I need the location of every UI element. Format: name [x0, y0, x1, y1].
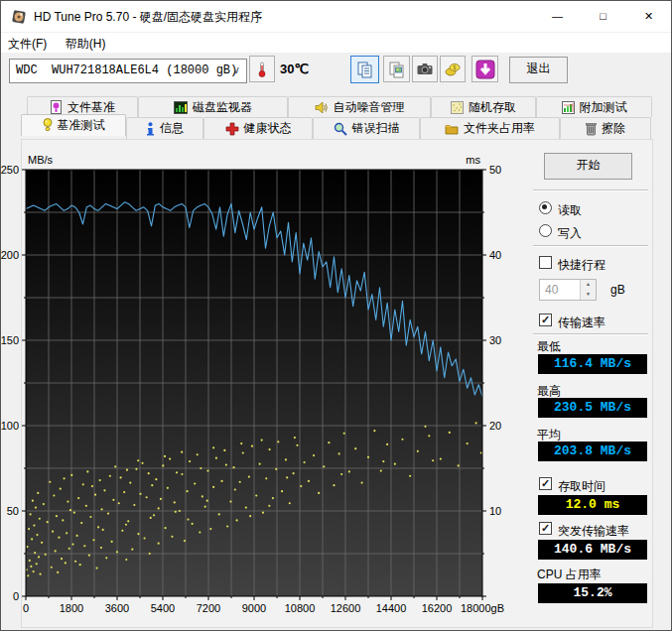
- titlebar: HD Tune Pro 5.70 - 硬盘/固态硬盘实用程序 — □ ✕: [1, 1, 671, 33]
- separator: [533, 333, 648, 335]
- svg-text:$: $: [454, 64, 457, 70]
- access-time-checkbox[interactable]: [539, 477, 552, 490]
- cpu-usage-value: 15.2%: [538, 583, 647, 603]
- exit-button[interactable]: 退出: [509, 57, 568, 83]
- gold-button[interactable]: $: [440, 56, 466, 82]
- tab-random-access[interactable]: 随机存取: [431, 96, 536, 117]
- camera-icon: [416, 62, 434, 77]
- short-stroke-size-input[interactable]: 40 ▲ ▼: [539, 279, 597, 301]
- copy-image-button[interactable]: [383, 56, 410, 82]
- svg-text:14400: 14400: [376, 602, 407, 614]
- svg-text:16200: 16200: [422, 602, 453, 614]
- file-benchmark-icon: [50, 100, 63, 114]
- short-stroke-unit: gB: [610, 283, 625, 297]
- short-stroke-checkbox[interactable]: [539, 256, 552, 269]
- read-radio[interactable]: [539, 201, 552, 214]
- temperature-button[interactable]: [249, 56, 275, 82]
- access-time-value: 12.0 ms: [538, 495, 647, 515]
- disk-monitor-icon: [174, 101, 188, 114]
- temperature-value: 30℃: [280, 62, 309, 76]
- start-button[interactable]: 开始: [544, 153, 632, 180]
- burst-rate-checkbox[interactable]: [539, 522, 552, 535]
- svg-text:5400: 5400: [151, 602, 175, 614]
- close-button[interactable]: ✕: [626, 1, 671, 32]
- maximize-button[interactable]: □: [581, 1, 625, 32]
- copy-report-button[interactable]: [350, 56, 379, 83]
- short-stroke-size-value: 40: [545, 283, 558, 297]
- speaker-icon: [315, 101, 329, 114]
- tab-health[interactable]: 健康状态: [203, 117, 313, 139]
- tab-row-lower: 基准测试 信息 健康状态 错误扫描: [21, 117, 651, 139]
- tab-benchmark[interactable]: 基准测试: [21, 114, 126, 136]
- trash-icon: [586, 122, 597, 136]
- drive-select-value: WDC WUH721818ALE6L4 (18000 gB): [16, 63, 237, 77]
- cpu-usage-label: CPU 占用率: [537, 567, 602, 583]
- spin-down-icon[interactable]: ▼: [581, 290, 596, 300]
- write-radio-label[interactable]: 写入: [558, 225, 582, 242]
- svg-text:3600: 3600: [105, 602, 129, 614]
- benchmark-chart: 0180036005400720090001080012600144001620…: [1, 148, 532, 630]
- min-label: 最低: [537, 338, 561, 355]
- burst-rate-value: 140.6 MB/s: [538, 540, 647, 560]
- svg-text:50: 50: [7, 505, 19, 517]
- svg-text:40: 40: [489, 249, 501, 261]
- save-down-icon: [475, 60, 495, 79]
- minimize-button[interactable]: —: [535, 1, 580, 32]
- toolbar: WDC WUH721818ALE6L4 (18000 gB) ∨ 30℃: [1, 53, 671, 94]
- transfer-rate-checkbox[interactable]: [539, 314, 552, 326]
- tab-error-scan[interactable]: 错误扫描: [313, 117, 420, 139]
- svg-text:1800: 1800: [60, 602, 83, 614]
- extra-tests-icon: [562, 101, 575, 114]
- write-radio[interactable]: [539, 224, 552, 237]
- svg-text:0: 0: [23, 602, 29, 614]
- tab-disk-monitor[interactable]: 磁盘监视器: [138, 96, 288, 117]
- short-stroke-label[interactable]: 快捷行程: [558, 257, 605, 274]
- svg-text:20: 20: [489, 420, 501, 432]
- copy-report-icon: [356, 61, 374, 78]
- svg-text:ms: ms: [466, 154, 480, 166]
- svg-text:0: 0: [13, 590, 19, 602]
- screenshot-button[interactable]: [412, 56, 438, 82]
- svg-text:50: 50: [489, 164, 501, 176]
- folder-icon: [445, 123, 459, 135]
- max-value: 230.5 MB/s: [538, 398, 647, 418]
- bulb-icon: [43, 118, 53, 133]
- svg-text:10800: 10800: [285, 602, 316, 614]
- save-results-button[interactable]: [471, 56, 498, 82]
- svg-text:100: 100: [1, 420, 19, 432]
- svg-text:12600: 12600: [331, 602, 361, 614]
- window-title: HD Tune Pro 5.70 - 硬盘/固态硬盘实用程序: [34, 9, 262, 26]
- tab-info[interactable]: 信息: [126, 117, 203, 139]
- svg-text:10: 10: [489, 505, 501, 517]
- chevron-down-icon: ∨: [232, 63, 240, 76]
- avg-value: 203.8 MB/s: [538, 442, 647, 461]
- separator: [533, 189, 648, 191]
- svg-text:30: 30: [489, 334, 501, 346]
- svg-text:18000gB: 18000gB: [461, 602, 504, 614]
- info-icon: [146, 122, 155, 136]
- separator: [533, 245, 648, 247]
- svg-text:MB/s: MB/s: [28, 154, 54, 166]
- copy-image-icon: [388, 61, 406, 78]
- tab-auto-acoustic[interactable]: 自动噪音管理: [288, 96, 431, 117]
- random-access-icon: [451, 101, 464, 114]
- access-time-label[interactable]: 存取时间: [558, 478, 605, 495]
- transfer-rate-label[interactable]: 传输速率: [558, 315, 605, 331]
- menubar: 文件(F) 帮助(H): [1, 33, 671, 53]
- svg-text:9000: 9000: [242, 602, 266, 614]
- tab-folder-usage[interactable]: 文件夹占用率: [420, 117, 560, 139]
- svg-text:250: 250: [1, 164, 19, 176]
- tab-extra-tests[interactable]: 附加测试: [536, 96, 652, 117]
- svg-text:7200: 7200: [197, 602, 220, 614]
- hd-tune-window: HD Tune Pro 5.70 - 硬盘/固态硬盘实用程序 — □ ✕ 文件(…: [0, 0, 672, 631]
- health-cross-icon: [225, 122, 239, 136]
- burst-rate-label[interactable]: 突发传输速率: [558, 523, 629, 540]
- magnifier-icon: [334, 122, 347, 136]
- thermometer-icon: [255, 61, 269, 78]
- gold-icon: $: [444, 62, 462, 77]
- drive-select[interactable]: WDC WUH721818ALE6L4 (18000 gB) ∨: [9, 59, 247, 83]
- min-value: 116.4 MB/s: [538, 354, 647, 374]
- tab-erase[interactable]: 擦除: [560, 117, 651, 139]
- read-radio-label[interactable]: 读取: [558, 202, 582, 219]
- svg-text:150: 150: [1, 334, 19, 346]
